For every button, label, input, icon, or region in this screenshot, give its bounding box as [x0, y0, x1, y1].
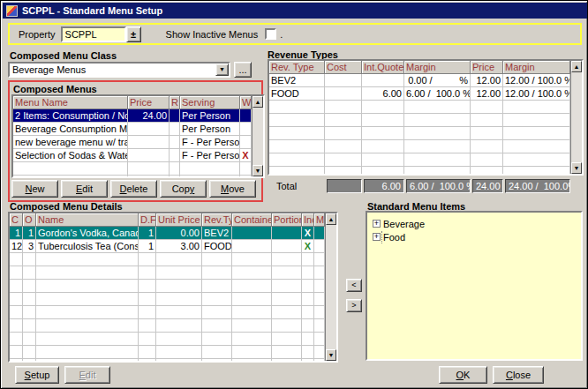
- property-input[interactable]: [61, 26, 126, 42]
- table-row[interactable]: 12 3 Tuberculosis Tea (Consumption) 1 3.…: [10, 240, 336, 253]
- composed-menus-label: Composed Menus: [13, 84, 97, 94]
- total-margin-1: 6.00 / 100.0 %: [406, 179, 471, 193]
- expand-icon[interactable]: +: [373, 220, 381, 228]
- table-row[interactable]: [10, 280, 336, 293]
- revenue-types-table: Rev. Type Cost Int.Quote Margin Price Ma…: [268, 59, 584, 176]
- composed-menu-class-combo[interactable]: Beverage Menus ▼: [8, 62, 230, 78]
- col-c: C: [10, 213, 23, 227]
- tree-node-food[interactable]: + Food: [373, 230, 576, 243]
- col-menu-name: Menu Name: [13, 96, 128, 109]
- tree-node-beverage[interactable]: + Beverage: [373, 217, 576, 230]
- scroll-down-icon[interactable]: ▼: [571, 162, 582, 174]
- standard-menu-items-tree: + Beverage + Food: [366, 211, 583, 361]
- composed-menu-class-browse-button[interactable]: ...: [234, 62, 252, 78]
- composed-menu-details-label: Composed Menu Details: [10, 201, 123, 212]
- scroll-up-icon[interactable]: ▲: [253, 96, 263, 108]
- property-lov-button[interactable]: ±: [126, 26, 141, 42]
- col-portion: Portion: [272, 213, 302, 227]
- scroll-down-icon[interactable]: ▼: [253, 165, 263, 176]
- table-row[interactable]: 1 1 Gordon's Vodka, Canadian Mist ' 1 0.…: [10, 227, 336, 240]
- show-inactive-checkbox[interactable]: [265, 28, 276, 40]
- col-int-quote: Int.Quote: [362, 61, 404, 74]
- edit-button[interactable]: Edit: [61, 180, 108, 198]
- total-margin-2: 24.00 / 100.0%: [505, 179, 570, 193]
- col-price: Price: [471, 61, 503, 74]
- col-cost: Cost: [325, 61, 362, 74]
- table-row[interactable]: BEV2 0.00 / % 12.00 12.00 / 100.0 %: [269, 74, 582, 87]
- total-cost: [327, 179, 362, 193]
- table-row[interactable]: [10, 293, 336, 306]
- property-panel: Property ± Show Inactive Menus .: [8, 23, 582, 45]
- app-icon: [6, 5, 18, 17]
- revenue-types-header: Rev. Type Cost Int.Quote Margin Price Ma…: [269, 61, 582, 74]
- show-inactive-label: Show Inactive Menus: [166, 29, 259, 40]
- composed-menu-details-table: C O Name D.F. Unit Price Rev.Typ Contain…: [8, 212, 338, 363]
- setup-button[interactable]: Setup: [15, 366, 59, 384]
- move-button[interactable]: Move: [209, 180, 256, 198]
- table-row[interactable]: [269, 114, 582, 127]
- table-row[interactable]: [269, 101, 582, 114]
- expand-icon[interactable]: +: [373, 233, 381, 241]
- table-row[interactable]: [13, 162, 263, 176]
- composed-menu-class-label: Composed Menu Class: [10, 50, 117, 61]
- col-inc: Inc: [302, 213, 314, 227]
- edit-bottom-button[interactable]: Edit: [64, 366, 110, 384]
- col-serving: Serving: [180, 96, 240, 109]
- chevron-down-icon[interactable]: ▼: [215, 64, 229, 76]
- composed-menus-scrollbar[interactable]: ▲ ▼: [252, 96, 263, 176]
- scroll-up-icon[interactable]: ▲: [326, 213, 336, 225]
- total-int-quote: 6.00: [364, 179, 404, 193]
- composed-menu-class-value: Beverage Menus: [10, 64, 215, 75]
- table-row[interactable]: [10, 319, 336, 333]
- property-label: Property: [19, 29, 56, 40]
- table-row[interactable]: [13, 176, 263, 178]
- ok-button[interactable]: OK: [439, 366, 487, 384]
- col-m: M: [314, 213, 325, 227]
- table-row[interactable]: 2 Items: Consumption / Not Con 24.00 Per…: [13, 109, 263, 123]
- col-margin-2: Margin: [503, 61, 570, 74]
- col-container: Container: [232, 213, 272, 227]
- table-row[interactable]: [10, 346, 336, 359]
- table-row[interactable]: Selection of Sodas & Water F - Per Perso…: [13, 149, 263, 162]
- tree-node-label: Food: [383, 232, 405, 243]
- table-row[interactable]: [10, 359, 336, 363]
- col-w: W: [240, 96, 252, 109]
- table-row[interactable]: [269, 153, 582, 167]
- col-name: Name: [36, 213, 139, 227]
- revenue-types-scrollbar[interactable]: ▲ ▼: [570, 61, 582, 174]
- col-df: D.F.: [139, 213, 156, 227]
- details-scrollbar[interactable]: ▲ ▼: [325, 213, 336, 361]
- new-button[interactable]: New: [11, 180, 58, 198]
- revenue-total-row: Total 6.00 6.00 / 100.0 % 24.00 24.00 / …: [269, 179, 570, 193]
- details-header: C O Name D.F. Unit Price Rev.Typ Contain…: [10, 213, 336, 227]
- scroll-down-icon[interactable]: ▼: [326, 349, 336, 361]
- col-margin-1: Margin: [404, 61, 471, 74]
- col-rev-typ: Rev.Typ: [202, 213, 232, 227]
- table-row[interactable]: [269, 140, 582, 153]
- col-price: Price: [128, 96, 170, 109]
- table-row[interactable]: [10, 266, 336, 280]
- window-title: SCPPL - Standard Menu Setup: [22, 5, 162, 16]
- table-row[interactable]: FOOD 6.00 6.00 / 100.0 % 12.00 12.00 / 1…: [269, 87, 582, 101]
- col-rev-type: Rev. Type: [269, 61, 325, 74]
- scroll-up-icon[interactable]: ▲: [571, 61, 582, 72]
- composed-menus-table: Menu Name Price R Serving W 2 Items: Con…: [11, 94, 265, 178]
- table-row[interactable]: [10, 333, 336, 346]
- total-price: 24.00: [472, 179, 503, 193]
- delete-button[interactable]: Delete: [110, 180, 157, 198]
- table-row[interactable]: Beverage Consumption Menu Per Person: [13, 123, 263, 136]
- table-row[interactable]: [10, 253, 336, 266]
- table-row[interactable]: [269, 167, 582, 176]
- move-left-button[interactable]: <: [346, 279, 362, 292]
- copy-button[interactable]: Copy: [160, 180, 207, 198]
- col-o: O: [23, 213, 36, 227]
- tree-node-label: Beverage: [383, 219, 425, 229]
- close-button[interactable]: Close: [493, 366, 544, 384]
- table-row[interactable]: [10, 306, 336, 319]
- col-r: R: [170, 96, 180, 109]
- total-label: Total: [269, 179, 325, 193]
- move-right-button[interactable]: >: [346, 299, 362, 312]
- table-row[interactable]: [269, 127, 582, 140]
- title-bar[interactable]: SCPPL - Standard Menu Setup: [3, 3, 587, 19]
- table-row[interactable]: new beverage menu w/ translati F - Per P…: [13, 136, 263, 149]
